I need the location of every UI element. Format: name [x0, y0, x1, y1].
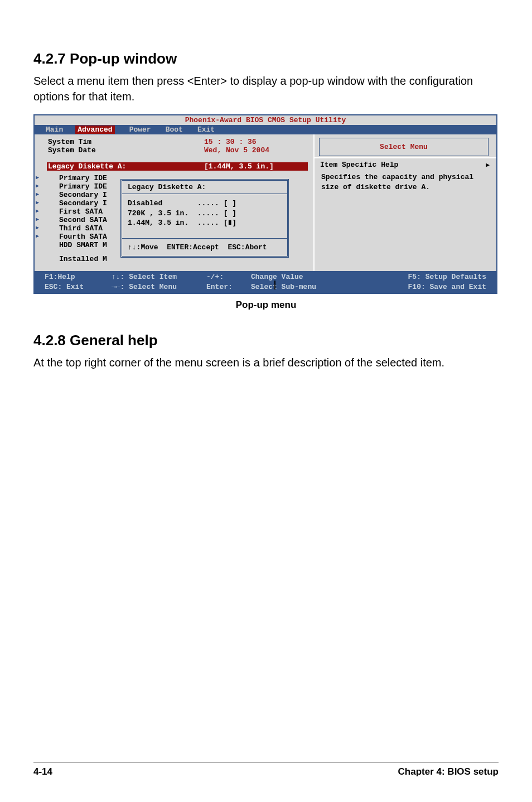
- bios-footer: F1:Help ↑↓: Select Item -/+: Change Valu…: [35, 271, 496, 293]
- change-key: -/+:: [206, 272, 251, 282]
- f10-save: F10: Save and Exit: [351, 282, 486, 292]
- arrow-icon: ▶: [36, 199, 39, 206]
- chapter-title: Chapter 4: BIOS setup: [398, 766, 499, 777]
- menu-advanced[interactable]: Advanced: [75, 125, 114, 134]
- page-number: 4-14: [33, 766, 52, 777]
- select-menu-box: Select Menu: [319, 138, 489, 156]
- item-help-text: Specifies the capacity and physical size…: [315, 171, 496, 194]
- heading-428: 4.2.8 General help: [33, 332, 499, 349]
- bios-left-panel: System Tim 15 : 30 : 36 System Date Wed,…: [35, 134, 313, 271]
- item-specific-help-label: Item Specific Help: [320, 161, 398, 169]
- text-428: At the top right corner of the menu scre…: [33, 355, 499, 370]
- select-submenu: Select Sub-menu: [251, 282, 351, 292]
- system-time-value[interactable]: 15 : 30 : 36: [204, 138, 257, 146]
- arrow-icon: ▶: [36, 191, 39, 197]
- select-menu-nav: →←: Select Menu: [112, 282, 206, 292]
- menu-main[interactable]: Main: [46, 125, 63, 134]
- menu-power[interactable]: Power: [129, 125, 151, 134]
- popup-caption: Pop-up menu: [33, 299, 499, 311]
- arrow-icon: ▶: [36, 224, 39, 231]
- popup-option-disabled[interactable]: Disabled ..... [ ]: [128, 199, 282, 209]
- legacy-a-value: [1.44M, 3.5 in.]: [204, 162, 274, 171]
- popup-option-144m[interactable]: 1.44M, 3.5 in. ..... [∎]: [128, 218, 282, 228]
- system-date-label: System Date: [48, 146, 204, 154]
- caption-pointer-line: [274, 281, 275, 289]
- popup-title: Legacy Diskette A:: [122, 181, 287, 192]
- enter-key: Enter:: [206, 282, 251, 292]
- arrow-icon: ▶: [36, 216, 39, 223]
- popup-window: Legacy Diskette A: Disabled ..... [ ] 72…: [120, 179, 289, 258]
- heading-427: 4.2.7 Pop-up window: [33, 50, 499, 67]
- arrow-right-icon: ▶: [486, 161, 490, 168]
- system-time-label: System Tim: [48, 138, 204, 146]
- select-item: ↑↓: Select Item: [112, 272, 206, 282]
- popup-option-720k[interactable]: 720K , 3.5 in. ..... [ ]: [128, 209, 282, 219]
- arrow-icon: ▶: [36, 207, 39, 214]
- change-value: Change Value: [251, 272, 351, 282]
- f1-help: F1:Help: [45, 272, 112, 282]
- esc-exit: ESC: Exit: [45, 282, 112, 292]
- bios-screenshot: Phoenix-Award BIOS CMOS Setup Utility Ma…: [33, 114, 497, 294]
- arrow-icon: ▶: [36, 182, 39, 189]
- page-footer: 4-14 Chapter 4: BIOS setup: [33, 762, 499, 777]
- menu-exit[interactable]: Exit: [197, 125, 215, 134]
- text-427: Select a menu item then press <Enter> to…: [33, 73, 499, 104]
- bios-title: Phoenix-Award BIOS CMOS Setup Utility: [35, 115, 496, 125]
- system-date-value[interactable]: Wed, Nov 5 2004: [204, 146, 269, 154]
- bios-right-panel: Select Menu Item Specific Help ▶ Specifi…: [313, 134, 496, 271]
- arrow-icon: ▶: [36, 233, 39, 239]
- arrow-icon: ▶: [36, 174, 39, 181]
- popup-footer: ↑↓:Move ENTER:Accept ESC:Abort: [122, 238, 287, 256]
- legacy-a-label[interactable]: Legacy Diskette A:: [48, 162, 204, 171]
- menu-boot[interactable]: Boot: [166, 125, 183, 134]
- f5-defaults: F5: Setup Defaults: [351, 272, 486, 282]
- bios-menu-bar: Main Advanced Power Boot Exit: [35, 125, 496, 134]
